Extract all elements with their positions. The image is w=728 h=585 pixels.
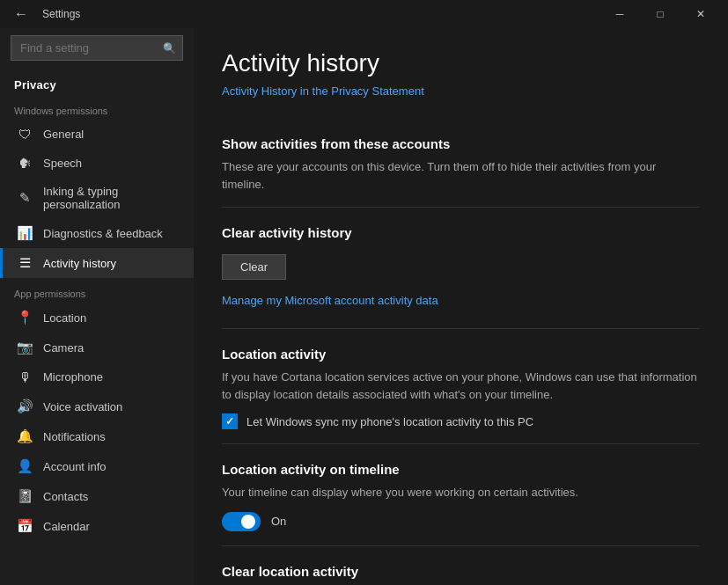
toggle-row: On — [222, 512, 700, 531]
show-activities-desc: These are your accounts on this device. … — [222, 158, 700, 193]
camera-icon: 📷 — [17, 340, 33, 355]
location-activity-title: Location activity — [222, 347, 700, 362]
sidebar-item-diagnostics[interactable]: 📊 Diagnostics & feedback — [0, 218, 194, 248]
sidebar-item-speech[interactable]: 🗣 Speech — [0, 149, 194, 178]
sidebar-item-microphone[interactable]: 🎙 Microphone — [0, 362, 194, 391]
sidebar-item-camera[interactable]: 📷 Camera — [0, 333, 194, 362]
main-content: Activity history Activity History in the… — [194, 28, 728, 585]
toggle-label: On — [271, 515, 286, 528]
sidebar-item-label: Camera — [43, 341, 84, 355]
location-timeline-desc: Your timeline can display where you were… — [222, 484, 700, 501]
sidebar-item-account[interactable]: 👤 Account info — [0, 451, 194, 481]
voice-icon: 🔊 — [17, 399, 33, 414]
divider-2 — [222, 328, 700, 329]
page-title: Activity history — [222, 49, 700, 77]
sidebar-item-label: Voice activation — [43, 400, 122, 413]
sidebar-item-label: Speech — [43, 157, 82, 170]
titlebar-controls: ─ □ ✕ — [599, 0, 721, 28]
windows-permissions-label: Windows permissions — [0, 95, 194, 120]
search-wrapper: 🔍 — [11, 35, 183, 61]
sidebar-item-label: Contacts — [43, 490, 88, 503]
contacts-icon: 📓 — [17, 488, 33, 504]
activity-icon: ☰ — [17, 255, 33, 271]
sidebar-item-inking[interactable]: ✎ Inking & typing personalization — [0, 178, 194, 218]
sidebar-item-label: General — [43, 128, 84, 141]
account-icon: 👤 — [17, 458, 33, 474]
privacy-label: Privacy — [0, 71, 194, 95]
close-button[interactable]: ✕ — [680, 0, 721, 28]
sidebar-item-contacts[interactable]: 📓 Contacts — [0, 481, 194, 511]
calendar-icon: 📅 — [17, 518, 33, 534]
sidebar: 🔍 Privacy Windows permissions 🛡 General … — [0, 28, 194, 585]
microphone-icon: 🎙 — [17, 369, 33, 384]
checkmark-icon: ✓ — [225, 415, 234, 428]
clear-activity-button[interactable]: Clear — [222, 254, 286, 280]
app-permissions-label: App permissions — [0, 278, 194, 303]
minimize-button[interactable]: ─ — [599, 0, 640, 28]
titlebar-title: Settings — [42, 8, 80, 20]
diagnostics-icon: 📊 — [17, 225, 33, 241]
sidebar-item-label: Notifications — [43, 430, 106, 443]
sidebar-item-general[interactable]: 🛡 General — [0, 120, 194, 149]
maximize-button[interactable]: □ — [640, 0, 680, 28]
location-checkbox-label: Let Windows sync my phone's location act… — [246, 415, 533, 428]
location-timeline-toggle[interactable] — [222, 512, 261, 531]
divider-4 — [222, 545, 700, 546]
search-container: 🔍 — [0, 28, 194, 68]
divider-1 — [222, 207, 700, 208]
sidebar-item-location[interactable]: 📍 Location — [0, 303, 194, 333]
location-checkbox-row: ✓ Let Windows sync my phone's location a… — [222, 413, 700, 429]
search-input[interactable] — [11, 35, 183, 61]
sidebar-item-label: Diagnostics & feedback — [43, 227, 163, 240]
privacy-statement-link[interactable]: Activity History in the Privacy Statemen… — [222, 84, 424, 98]
titlebar-left: ← Settings — [7, 6, 80, 22]
search-icon: 🔍 — [163, 42, 176, 55]
sidebar-item-label: Location — [43, 311, 86, 325]
location-timeline-title: Location activity on timeline — [222, 462, 700, 477]
sidebar-item-label: Account info — [43, 460, 107, 473]
location-icon: 📍 — [17, 310, 33, 325]
sidebar-item-calendar[interactable]: 📅 Calendar — [0, 511, 194, 541]
sidebar-item-activity[interactable]: ☰ Activity history — [0, 248, 194, 278]
titlebar: ← Settings ─ □ ✕ — [0, 0, 728, 28]
show-activities-title: Show activities from these accounts — [222, 136, 700, 151]
manage-account-link[interactable]: Manage my Microsoft account activity dat… — [222, 294, 438, 307]
toggle-thumb — [241, 515, 255, 529]
location-checkbox[interactable]: ✓ — [222, 413, 238, 429]
sidebar-item-label: Calendar — [43, 520, 90, 533]
divider-3 — [222, 443, 700, 444]
clear-activity-title: Clear activity history — [222, 225, 700, 240]
location-activity-desc: If you have Cortana location services ac… — [222, 369, 700, 403]
sidebar-item-label: Microphone — [43, 370, 103, 384]
sidebar-item-label: Inking & typing personalization — [43, 185, 180, 211]
sidebar-item-voice[interactable]: 🔊 Voice activation — [0, 391, 194, 421]
clear-location-title: Clear location activity — [222, 564, 700, 579]
notifications-icon: 🔔 — [17, 428, 33, 444]
back-button[interactable]: ← — [7, 6, 35, 22]
sidebar-item-notifications[interactable]: 🔔 Notifications — [0, 421, 194, 451]
speech-icon: 🗣 — [17, 156, 33, 171]
inking-icon: ✎ — [17, 190, 33, 206]
app-container: 🔍 Privacy Windows permissions 🛡 General … — [0, 28, 728, 585]
sidebar-item-label: Activity history — [43, 257, 116, 270]
general-icon: 🛡 — [17, 127, 33, 142]
